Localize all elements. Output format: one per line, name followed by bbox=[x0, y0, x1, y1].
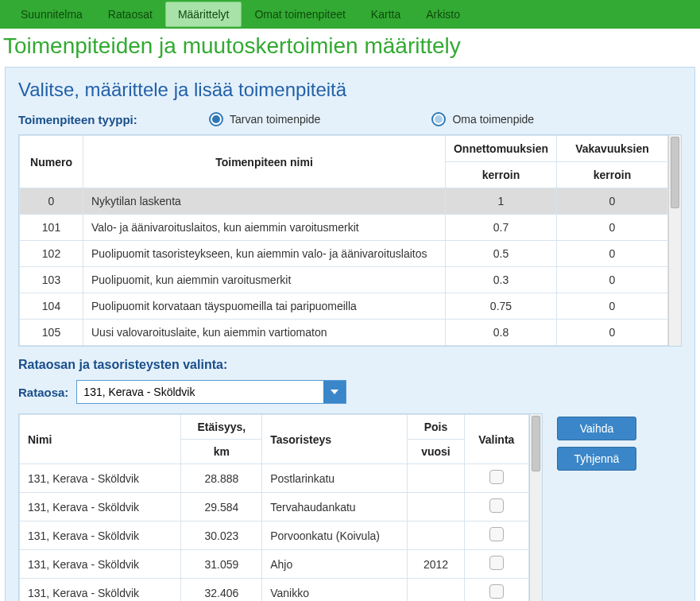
crossings-table-wrap: Nimi Etäisyys, Tasoristeys Pois Valinta … bbox=[18, 413, 543, 601]
cell-nimi: 131, Kerava - Sköldvik bbox=[20, 493, 181, 522]
cell-name: Uusi valovaroituslaite, kun aiemmin vart… bbox=[83, 320, 446, 346]
cell-nimi: 131, Kerava - Sköldvik bbox=[20, 550, 181, 579]
crossings-scrollbar[interactable] bbox=[529, 414, 542, 601]
nav-item-arkisto[interactable]: Arkisto bbox=[413, 2, 473, 27]
header-vak-sub[interactable]: kerroin bbox=[557, 162, 668, 188]
vaihda-button[interactable]: Vaihda bbox=[557, 417, 636, 440]
table-row[interactable]: 131, Kerava - Sköldvik29.584Tervahaudank… bbox=[20, 493, 529, 522]
header-cross-taso[interactable]: Tasoristeys bbox=[262, 415, 408, 464]
cell-num: 105 bbox=[20, 320, 83, 346]
cell-pv bbox=[408, 493, 464, 522]
table-row[interactable]: 102Puolipuomit tasoristeykseen, kun aiem… bbox=[20, 241, 668, 267]
cell-vak: 0 bbox=[557, 188, 668, 215]
side-buttons: Vaihda Tyhjennä bbox=[557, 413, 636, 471]
top-nav: Suunnitelma Rataosat Määrittelyt Omat to… bbox=[0, 0, 700, 29]
table-row[interactable]: 103Puolipuomit, kun aiemmin varoitusmerk… bbox=[20, 267, 668, 293]
rataosa-label: Rataosa: bbox=[18, 386, 68, 399]
dropdown-button[interactable] bbox=[323, 381, 346, 403]
table-row[interactable]: 0Nykytilan laskenta10 bbox=[20, 188, 668, 215]
cell-vak: 0 bbox=[557, 293, 668, 320]
checkbox[interactable] bbox=[489, 556, 504, 570]
cell-taso: Ahjo bbox=[262, 550, 408, 579]
checkbox[interactable] bbox=[489, 527, 504, 541]
rataosa-dropdown[interactable] bbox=[76, 380, 346, 404]
crossings-body: 131, Kerava - Sköldvik28.888Postlarinkat… bbox=[20, 464, 529, 602]
table-row[interactable]: 101Valo- ja äänivaroituslaitos, kun aiem… bbox=[20, 215, 668, 241]
table-row[interactable]: 131, Kerava - Sköldvik30.023Porvoonkatu … bbox=[20, 522, 529, 550]
cell-onn: 1 bbox=[445, 188, 556, 215]
cell-vak: 0 bbox=[557, 215, 668, 241]
cell-name: Puolipuomit tasoristeykseen, kun aiemmin… bbox=[83, 241, 446, 267]
cell-nimi: 131, Kerava - Sköldvik bbox=[20, 522, 181, 550]
cell-valinta bbox=[464, 550, 528, 579]
crossings-table: Nimi Etäisyys, Tasoristeys Pois Valinta … bbox=[19, 414, 529, 601]
cell-num: 104 bbox=[20, 293, 83, 320]
cell-onn: 0.3 bbox=[445, 267, 556, 293]
header-onn[interactable]: Onnettomuuksien bbox=[445, 136, 556, 162]
header-cross-et[interactable]: Etäisyys, bbox=[181, 415, 262, 440]
rataosa-row: Rataosa: bbox=[18, 380, 682, 404]
checkbox[interactable] bbox=[489, 470, 504, 484]
cell-et: 32.406 bbox=[181, 579, 262, 602]
radio-icon bbox=[431, 112, 446, 126]
header-cross-pv-sub[interactable]: vuosi bbox=[408, 440, 464, 464]
cell-et: 30.023 bbox=[181, 522, 262, 550]
type-row: Toimenpiteen tyyppi: Tarvan toimenpide O… bbox=[18, 112, 682, 126]
measures-table: Numero Toimenpiteen nimi Onnettomuuksien… bbox=[19, 135, 668, 346]
header-numero[interactable]: Numero bbox=[20, 136, 83, 188]
cell-nimi: 131, Kerava - Sköldvik bbox=[20, 579, 181, 602]
section2-title: Rataosan ja tasoristeysten valinta: bbox=[18, 358, 682, 372]
checkbox[interactable] bbox=[489, 498, 504, 513]
scroll-thumb[interactable] bbox=[671, 137, 679, 208]
cell-onn: 0.7 bbox=[445, 215, 556, 241]
nav-item-kartta[interactable]: Kartta bbox=[358, 2, 413, 27]
cell-pv bbox=[408, 522, 464, 550]
nav-item-maarittelyt[interactable]: Määrittelyt bbox=[165, 2, 242, 27]
radio-tarva[interactable]: Tarvan toimenpide bbox=[209, 112, 320, 126]
header-vak[interactable]: Vakavuuksien bbox=[557, 136, 668, 162]
content-panel: Valitse, määrittele ja lisää toimenpitei… bbox=[5, 67, 695, 601]
header-cross-valinta[interactable]: Valinta bbox=[464, 415, 528, 464]
cell-name: Puolipuomit, kun aiemmin varoitusmerkit bbox=[83, 267, 446, 293]
section-title: Valitse, määrittele ja lisää toimenpitei… bbox=[18, 79, 682, 101]
header-cross-pv[interactable]: Pois bbox=[408, 415, 464, 440]
header-nimi[interactable]: Toimenpiteen nimi bbox=[83, 136, 446, 188]
cell-valinta bbox=[464, 579, 528, 602]
tyhjenna-button[interactable]: Tyhjennä bbox=[557, 447, 636, 471]
cell-nimi: 131, Kerava - Sköldvik bbox=[20, 464, 181, 493]
cell-num: 0 bbox=[20, 188, 83, 215]
cell-taso: Porvoonkatu (Koivula) bbox=[262, 522, 408, 550]
cell-valinta bbox=[464, 493, 528, 522]
header-cross-et-sub[interactable]: km bbox=[181, 440, 262, 464]
checkbox[interactable] bbox=[489, 584, 504, 599]
radio-oma[interactable]: Oma toimenpide bbox=[431, 112, 534, 126]
nav-item-omat-toimenpiteet[interactable]: Omat toimenpiteet bbox=[242, 2, 358, 27]
cell-pv bbox=[408, 579, 464, 602]
table-row[interactable]: 131, Kerava - Sköldvik31.059Ahjo2012 bbox=[20, 550, 529, 579]
cell-vak: 0 bbox=[557, 320, 668, 346]
measures-scrollbar[interactable] bbox=[668, 135, 681, 346]
cell-num: 103 bbox=[20, 267, 83, 293]
table-row[interactable]: 131, Kerava - Sköldvik32.406Vanikko bbox=[20, 579, 529, 602]
cell-name: Valo- ja äänivaroituslaitos, kun aiemmin… bbox=[83, 215, 446, 241]
header-cross-nimi[interactable]: Nimi bbox=[20, 415, 181, 464]
scroll-thumb[interactable] bbox=[532, 416, 540, 471]
page-title: Toimenpiteiden ja muutoskertoimien määri… bbox=[3, 33, 697, 59]
table-row[interactable]: 104Puolipuomit korvataan täyspuomeilla t… bbox=[20, 293, 668, 320]
cell-taso: Postlarinkatu bbox=[262, 464, 408, 493]
cell-et: 31.059 bbox=[181, 550, 262, 579]
nav-item-suunnitelma[interactable]: Suunnitelma bbox=[8, 2, 95, 27]
chevron-down-icon bbox=[331, 390, 338, 394]
cell-name: Nykytilan laskenta bbox=[83, 188, 446, 215]
lower-row: Nimi Etäisyys, Tasoristeys Pois Valinta … bbox=[18, 413, 682, 601]
radio-oma-label: Oma toimenpide bbox=[452, 113, 534, 126]
radio-tarva-label: Tarvan toimenpide bbox=[230, 113, 320, 126]
header-onn-sub[interactable]: kerroin bbox=[445, 162, 556, 188]
nav-item-rataosat[interactable]: Rataosat bbox=[95, 2, 165, 27]
rataosa-input[interactable] bbox=[77, 381, 323, 403]
cell-pv: 2012 bbox=[408, 550, 464, 579]
measures-body: 0Nykytilan laskenta10101Valo- ja äänivar… bbox=[20, 188, 668, 346]
cell-onn: 0.8 bbox=[445, 320, 556, 346]
table-row[interactable]: 131, Kerava - Sköldvik28.888Postlarinkat… bbox=[20, 464, 529, 493]
table-row[interactable]: 105Uusi valovaroituslaite, kun aiemmin v… bbox=[20, 320, 668, 346]
